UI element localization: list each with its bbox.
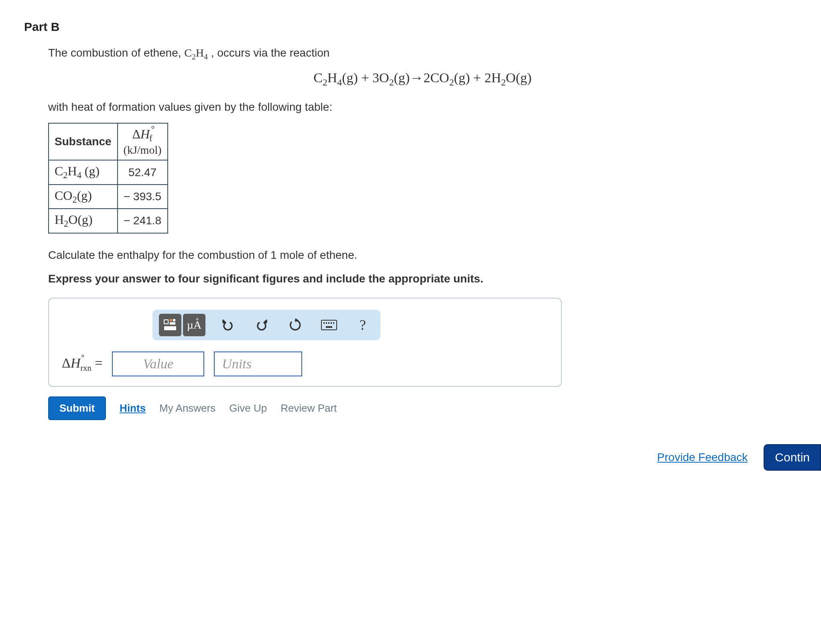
toolbar-group-templates: µA∘ [159,314,205,336]
action-row: Submit Hints My Answers Give Up Review P… [48,396,797,420]
answer-lhs-label: ΔH∘rxn = [62,356,102,373]
templates-button[interactable] [159,314,181,336]
value-input[interactable]: Value [112,351,204,376]
row-substance: C2H4 (g) [49,160,118,184]
calc-instruction: Calculate the enthalpy for the combustio… [48,247,797,263]
row-value: − 393.5 [118,185,168,209]
keyboard-button[interactable] [318,314,340,336]
content-area: The combustion of ethene, C2H4 , occurs … [48,45,797,420]
continue-button[interactable]: Contin [764,444,821,471]
table-row: C2H4 (g) 52.47 [49,160,168,184]
table-row: H2O(g) − 241.8 [49,209,168,233]
redo-button[interactable] [250,314,273,336]
svg-rect-1 [170,319,172,321]
svg-rect-4 [164,326,176,330]
express-instruction: Express your answer to four significant … [48,271,797,286]
reaction-equation: C2H4(g) + 3O2(g)→2CO2(g) + 2H2O(g) [48,70,797,88]
row-value: − 241.8 [118,209,168,233]
row-substance: CO2(g) [49,185,118,209]
svg-rect-3 [170,322,175,325]
my-answers-link[interactable]: My Answers [159,402,215,414]
svg-rect-2 [173,319,175,321]
units-symbol-button[interactable]: µA∘ [183,314,205,336]
th-delta: ΔH∘f (kJ/mol) [118,123,168,160]
heat-formation-table: Substance ΔH∘f (kJ/mol) C2H4 (g) 52.47 C… [48,123,168,234]
table-header-row: Substance ΔH∘f (kJ/mol) [49,123,168,160]
th-substance: Substance [49,123,118,160]
give-up-link[interactable]: Give Up [229,402,267,414]
footer-row: Provide Feedback Contin [24,444,797,471]
units-input[interactable]: Units [214,351,302,376]
answer-toolbar: µA∘ ? [152,310,380,340]
answer-input-row: ΔH∘rxn = Value Units [60,351,550,376]
submit-button[interactable]: Submit [48,396,106,420]
th-units: (kJ/mol) [124,144,162,156]
hints-link[interactable]: Hints [120,402,146,414]
row-substance: H2O(g) [49,209,118,233]
help-button[interactable]: ? [352,314,374,336]
intro-text-2: , occurs via the reaction [208,47,329,59]
svg-rect-0 [164,320,168,324]
intro-paragraph: The combustion of ethene, C2H4 , occurs … [48,45,797,62]
keyboard-icon [321,320,337,330]
provide-feedback-link[interactable]: Provide Feedback [657,451,748,464]
undo-button[interactable] [217,314,239,336]
answer-box: µA∘ ? ΔH∘rxn = Value Units [48,298,562,387]
intro-formula: C2H4 [184,47,208,59]
intro-text-1: The combustion of ethene, [48,47,184,59]
reset-button[interactable] [284,314,307,336]
table-intro: with heat of formation values given by t… [48,99,797,115]
row-value: 52.47 [118,160,168,184]
part-title: Part B [24,20,797,34]
review-part-link[interactable]: Review Part [280,402,337,414]
table-row: CO2(g) − 393.5 [49,185,168,209]
